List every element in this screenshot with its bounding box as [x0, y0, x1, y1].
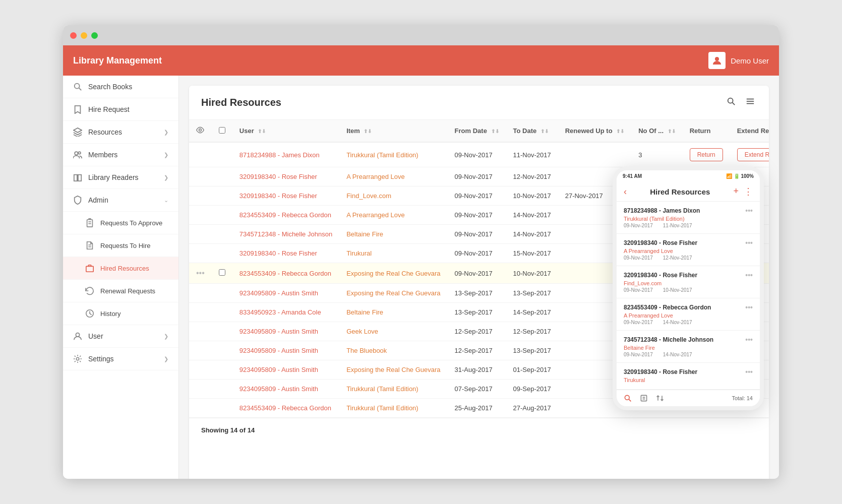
sidebar-item-settings[interactable]: Settings ❯	[63, 348, 178, 370]
row-checkbox-cell	[212, 322, 232, 341]
row-checkbox-cell	[212, 284, 232, 303]
clock-icon	[85, 309, 94, 318]
sidebar-item-resources[interactable]: Resources ❯	[63, 121, 178, 144]
row-user[interactable]: 8234553409 - Rebecca Gordon	[232, 263, 339, 284]
row-user[interactable]: 8234553409 - Rebecca Gordon	[232, 206, 339, 225]
row-icon-cell	[189, 399, 212, 418]
sort-arrow-user: ⬆⬇	[258, 129, 266, 134]
sidebar-item-history[interactable]: History	[63, 302, 178, 325]
mobile-item-more[interactable]: •••	[745, 368, 753, 376]
mobile-more-button[interactable]: ⋮	[744, 186, 753, 197]
select-all-checkbox[interactable]	[219, 127, 225, 134]
sidebar-item-requests-to-approve[interactable]: Requests To Approve	[63, 212, 178, 234]
th-no-of-label: No Of ...	[638, 127, 664, 135]
mobile-list-item[interactable]: 3209198340 - Rose Fisher ••• Tirukural	[617, 363, 760, 390]
row-user[interactable]: 8334950923 - Amanda Cole	[232, 303, 339, 322]
user-avatar	[708, 52, 726, 69]
row-icon-cell	[189, 322, 212, 341]
row-user[interactable]: 3209198340 - Rose Fisher	[232, 167, 339, 186]
row-more-icon[interactable]: •••	[196, 269, 205, 277]
row-user[interactable]: 7345712348 - Michelle Johnson	[232, 225, 339, 244]
row-user[interactable]: 9234095809 - Austin Smith	[232, 380, 339, 399]
sidebar-item-renewal-requests[interactable]: Renewal Requests	[63, 280, 178, 302]
row-item[interactable]: The Bluebook	[339, 341, 447, 360]
mobile-search-icon[interactable]	[624, 394, 632, 402]
traffic-light-yellow[interactable]	[81, 32, 87, 39]
row-item[interactable]: Tirukkural (Tamil Edition)	[339, 380, 447, 399]
row-item[interactable]: A Prearranged Love	[339, 206, 447, 225]
mobile-item-dates: 09-Nov-2017 11-Nov-2017	[624, 223, 753, 228]
mobile-item-book: Beltaine Fire	[624, 345, 753, 351]
svg-point-5	[78, 152, 81, 154]
eye-icon	[196, 126, 204, 134]
search-icon	[73, 82, 82, 91]
row-user[interactable]: 9234095809 - Austin Smith	[232, 284, 339, 303]
mobile-add-button[interactable]: +	[733, 186, 739, 197]
mobile-list-item[interactable]: 3209198340 - Rose Fisher ••• A Prearrang…	[617, 234, 760, 266]
row-item[interactable]: Find_Love.com	[339, 186, 447, 206]
sidebar-item-user[interactable]: User ❯	[63, 325, 178, 348]
row-item[interactable]: Exposing the Real Che Guevara	[339, 360, 447, 380]
traffic-light-red[interactable]	[70, 32, 77, 39]
sidebar-item-search-books[interactable]: Search Books	[63, 76, 178, 98]
row-user[interactable]: 3209198340 - Rose Fisher	[232, 244, 339, 263]
mobile-list-item[interactable]: 8234553409 - Rebecca Gordon ••• A Prearr…	[617, 298, 760, 331]
sidebar-item-requests-to-hire[interactable]: Requests To Hire	[63, 234, 178, 257]
row-checkbox-cell	[212, 399, 232, 418]
row-user[interactable]: 9234095809 - Austin Smith	[232, 341, 339, 360]
row-checkbox-cell	[212, 206, 232, 225]
mobile-item-user: 7345712348 - Michelle Johnson •••	[624, 336, 753, 344]
th-extend-rent-label: Extend Rent	[737, 127, 769, 135]
mobile-item-user: 3209198340 - Rose Fisher •••	[624, 239, 753, 247]
row-item[interactable]: Beltaine Fire	[339, 225, 447, 244]
traffic-light-green[interactable]	[91, 32, 98, 39]
sidebar-label-search-books: Search Books	[88, 83, 132, 91]
mobile-export-icon[interactable]	[640, 394, 648, 402]
sidebar-item-library-readers[interactable]: Library Readers ❯	[63, 166, 178, 189]
sidebar-label-user: User	[88, 332, 103, 340]
settings-icon	[73, 354, 82, 363]
row-checkbox-cell	[212, 186, 232, 206]
chevron-right-icon: ❯	[164, 129, 168, 136]
row-item[interactable]: Tirukkural (Tamil Edition)	[339, 142, 447, 167]
mobile-back-button[interactable]: ‹	[624, 186, 627, 197]
row-user[interactable]: 8234553409 - Rebecca Gordon	[232, 399, 339, 418]
row-item[interactable]: Tirukkural (Tamil Edition)	[339, 399, 447, 418]
mobile-item-more[interactable]: •••	[745, 239, 753, 247]
row-checkbox[interactable]	[219, 269, 225, 276]
mobile-item-more[interactable]: •••	[745, 207, 753, 215]
sidebar-item-members[interactable]: Members ❯	[63, 144, 178, 166]
mobile-list-item[interactable]: 3209198340 - Rose Fisher ••• Find_Love.c…	[617, 266, 760, 298]
mobile-item-more[interactable]: •••	[745, 271, 753, 279]
mobile-list-item[interactable]: 8718234988 - James Dixon ••• Tirukkural …	[617, 202, 760, 234]
mobile-item-more[interactable]: •••	[745, 336, 753, 344]
sidebar-item-hired-resources[interactable]: Hired Resources	[63, 257, 178, 280]
row-user[interactable]: 9234095809 - Austin Smith	[232, 322, 339, 341]
row-item[interactable]: Beltaine Fire	[339, 303, 447, 322]
row-item[interactable]: Exposing the Real Che Guevara	[339, 263, 447, 284]
row-user[interactable]: 9234095809 - Austin Smith	[232, 360, 339, 380]
mobile-item-more[interactable]: •••	[745, 303, 753, 311]
row-item[interactable]: Exposing the Real Che Guevara	[339, 284, 447, 303]
row-user[interactable]: 3209198340 - Rose Fisher	[232, 186, 339, 206]
row-item[interactable]: A Prearranged Love	[339, 167, 447, 186]
svg-line-2	[79, 88, 82, 91]
mobile-list-item[interactable]: 7345712348 - Michelle Johnson ••• Beltai…	[617, 331, 760, 363]
mobile-sort-icon[interactable]	[656, 394, 664, 402]
search-button[interactable]	[725, 95, 738, 110]
row-icon-cell	[189, 244, 212, 263]
extend-rent-button[interactable]: Extend Rent	[737, 148, 769, 161]
th-to-date: To Date ⬆⬇	[506, 120, 558, 142]
chevron-down-icon: ⌄	[164, 197, 168, 204]
svg-point-1	[75, 84, 80, 89]
sidebar-item-hire-request[interactable]: Hire Request	[63, 98, 178, 121]
row-user[interactable]: 8718234988 - James Dixon	[232, 142, 339, 167]
row-icon-cell	[189, 303, 212, 322]
row-item[interactable]: Geek Love	[339, 322, 447, 341]
bookmark-icon	[73, 105, 82, 114]
return-button[interactable]: Return	[690, 148, 723, 161]
sidebar-item-admin[interactable]: Admin ⌄	[63, 189, 178, 212]
menu-button[interactable]	[744, 95, 757, 110]
row-item[interactable]: Tirukural	[339, 244, 447, 263]
mobile-item-book: A Prearranged Love	[624, 248, 753, 254]
